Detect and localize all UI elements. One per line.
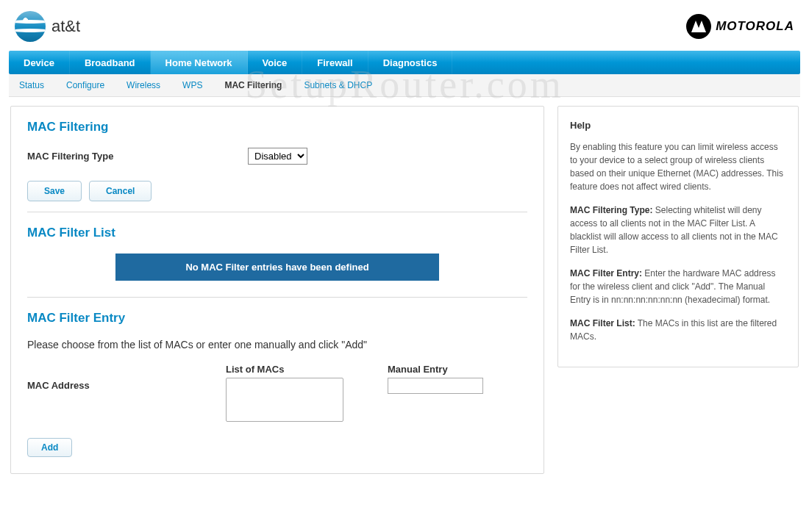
section-title-mac-filtering: MAC Filtering xyxy=(27,120,527,134)
subtab-wps[interactable]: WPS xyxy=(178,79,207,92)
head-manual-entry: Manual Entry xyxy=(388,364,483,375)
section-title-mac-filter-entry: MAC Filter Entry xyxy=(27,311,527,326)
main-panel: MAC Filtering MAC Filtering Type Disable… xyxy=(10,106,544,474)
subtab-subnets-dhcp[interactable]: Subnets & DHCP xyxy=(299,79,377,92)
tab-broadband[interactable]: Broadband xyxy=(70,51,151,74)
att-globe-icon xyxy=(15,11,46,42)
column-list-of-macs: List of MACs xyxy=(226,364,343,422)
add-button[interactable]: Add xyxy=(27,438,72,457)
tab-diagnostics[interactable]: Diagnostics xyxy=(368,51,453,74)
help-p4: MAC Filter List: The MACs in this list a… xyxy=(570,317,786,343)
header: at&t MOTOROLA xyxy=(0,0,809,51)
brand-att: at&t xyxy=(15,11,80,42)
nav-secondary: Status Configure Wireless WPS MAC Filter… xyxy=(9,74,800,97)
motorola-text: MOTOROLA xyxy=(716,19,794,34)
nav-primary: Device Broadband Home Network Voice Fire… xyxy=(9,51,800,74)
subtab-mac-filtering[interactable]: MAC Filtering xyxy=(220,79,286,92)
help-panel: Help By enabling this feature you can li… xyxy=(557,106,799,367)
motorola-logo-icon xyxy=(686,14,711,39)
instruction-text: Please choose from the list of MACs or e… xyxy=(27,339,527,351)
help-title: Help xyxy=(570,118,786,133)
mac-entry-row: MAC Address List of MACs Manual Entry xyxy=(27,364,527,422)
button-row: Save Cancel xyxy=(27,181,527,201)
help-p3: MAC Filter Entry: Enter the hardware MAC… xyxy=(570,267,786,306)
divider xyxy=(27,212,527,212)
att-text: at&t xyxy=(51,17,80,36)
tab-firewall[interactable]: Firewall xyxy=(302,51,368,74)
cancel-button[interactable]: Cancel xyxy=(89,181,152,201)
tab-home-network[interactable]: Home Network xyxy=(151,51,248,74)
listbox-macs[interactable] xyxy=(226,378,343,422)
head-list-of-macs: List of MACs xyxy=(226,364,343,375)
form-row-type: MAC Filtering Type Disabled xyxy=(27,148,527,165)
label-mac-address: MAC Address xyxy=(27,364,226,391)
subtab-status[interactable]: Status xyxy=(15,79,49,92)
tab-voice[interactable]: Voice xyxy=(248,51,303,74)
column-manual-entry: Manual Entry xyxy=(388,364,483,394)
save-button[interactable]: Save xyxy=(27,181,82,201)
brand-motorola: MOTOROLA xyxy=(686,14,794,39)
subtab-wireless[interactable]: Wireless xyxy=(122,79,165,92)
tab-device[interactable]: Device xyxy=(9,51,70,74)
filter-list-banner: No MAC Filter entries have been defined xyxy=(115,254,439,281)
divider xyxy=(27,297,527,298)
help-p2: MAC Filtering Type: Selecting whitelist … xyxy=(570,204,786,256)
section-title-mac-filter-list: MAC Filter List xyxy=(27,226,527,240)
subtab-configure[interactable]: Configure xyxy=(62,79,109,92)
label-mac-filtering-type: MAC Filtering Type xyxy=(27,151,248,162)
add-row: Add xyxy=(27,438,527,457)
select-mac-filtering-type[interactable]: Disabled xyxy=(248,148,307,165)
help-p1: By enabling this feature you can limit w… xyxy=(570,140,786,193)
content-row: MAC Filtering MAC Filtering Type Disable… xyxy=(0,97,809,483)
input-manual-entry[interactable] xyxy=(388,378,483,394)
